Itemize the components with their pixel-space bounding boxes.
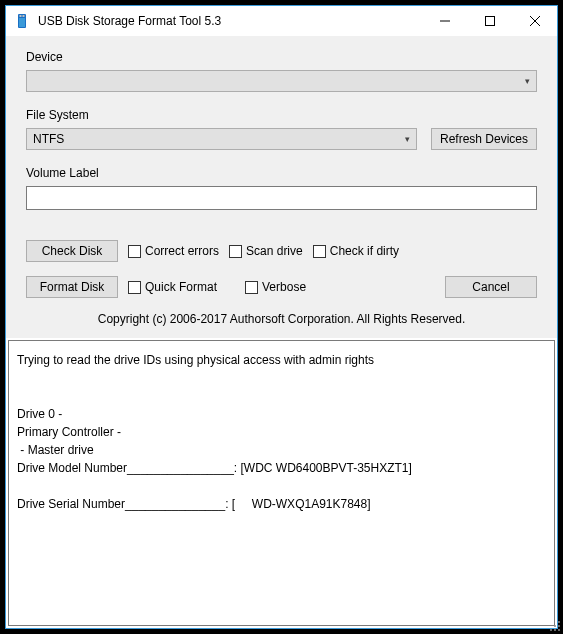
file-system-dropdown[interactable]: NTFS ▾ <box>26 128 417 150</box>
format-disk-button[interactable]: Format Disk <box>26 276 118 298</box>
maximize-icon <box>485 16 495 26</box>
copyright-text: Copyright (c) 2006-2017 Authorsoft Corpo… <box>26 312 537 326</box>
window-title: USB Disk Storage Format Tool 5.3 <box>38 14 422 28</box>
checkbox-icon <box>128 245 141 258</box>
check-if-dirty-checkbox[interactable]: Check if dirty <box>313 244 399 258</box>
svg-point-8 <box>558 621 560 623</box>
svg-rect-5 <box>485 17 494 26</box>
log-output[interactable]: Trying to read the drive IDs using physi… <box>8 340 555 626</box>
device-label: Device <box>26 50 537 64</box>
app-window: USB Disk Storage Format Tool 5.3 Device … <box>5 5 558 629</box>
svg-point-10 <box>558 625 560 627</box>
minimize-icon <box>440 16 450 26</box>
checkbox-label: Verbose <box>262 280 306 294</box>
svg-rect-1 <box>19 18 25 27</box>
check-disk-button[interactable]: Check Disk <box>26 240 118 262</box>
correct-errors-checkbox[interactable]: Correct errors <box>128 244 219 258</box>
svg-rect-3 <box>23 15 25 17</box>
file-system-label: File System <box>26 108 537 122</box>
maximize-button[interactable] <box>467 6 512 36</box>
checkbox-label: Scan drive <box>246 244 303 258</box>
checkbox-label: Quick Format <box>145 280 217 294</box>
checkbox-icon <box>229 245 242 258</box>
chevron-down-icon: ▾ <box>405 134 410 144</box>
verbose-checkbox[interactable]: Verbose <box>245 280 306 294</box>
quick-format-checkbox[interactable]: Quick Format <box>128 280 217 294</box>
checkbox-label: Correct errors <box>145 244 219 258</box>
log-text: Trying to read the drive IDs using physi… <box>17 353 412 511</box>
close-button[interactable] <box>512 6 557 36</box>
file-system-selected-value: NTFS <box>33 132 64 146</box>
close-icon <box>530 16 540 26</box>
volume-label-input[interactable] <box>26 186 537 210</box>
cancel-button[interactable]: Cancel <box>445 276 537 298</box>
scan-drive-checkbox[interactable]: Scan drive <box>229 244 303 258</box>
titlebar: USB Disk Storage Format Tool 5.3 <box>6 6 557 36</box>
refresh-devices-button[interactable]: Refresh Devices <box>431 128 537 150</box>
checkbox-label: Check if dirty <box>330 244 399 258</box>
checkbox-icon <box>313 245 326 258</box>
volume-label-label: Volume Label <box>26 166 537 180</box>
svg-point-13 <box>558 629 560 631</box>
minimize-button[interactable] <box>422 6 467 36</box>
svg-rect-2 <box>20 15 22 17</box>
main-panel: Device ▾ File System NTFS ▾ Refresh Devi… <box>6 36 557 338</box>
svg-point-11 <box>550 629 552 631</box>
window-controls <box>422 6 557 36</box>
device-dropdown[interactable]: ▾ <box>26 70 537 92</box>
checkbox-icon <box>128 281 141 294</box>
chevron-down-icon: ▾ <box>525 76 530 86</box>
checkbox-icon <box>245 281 258 294</box>
svg-point-12 <box>554 629 556 631</box>
app-icon <box>14 13 30 29</box>
